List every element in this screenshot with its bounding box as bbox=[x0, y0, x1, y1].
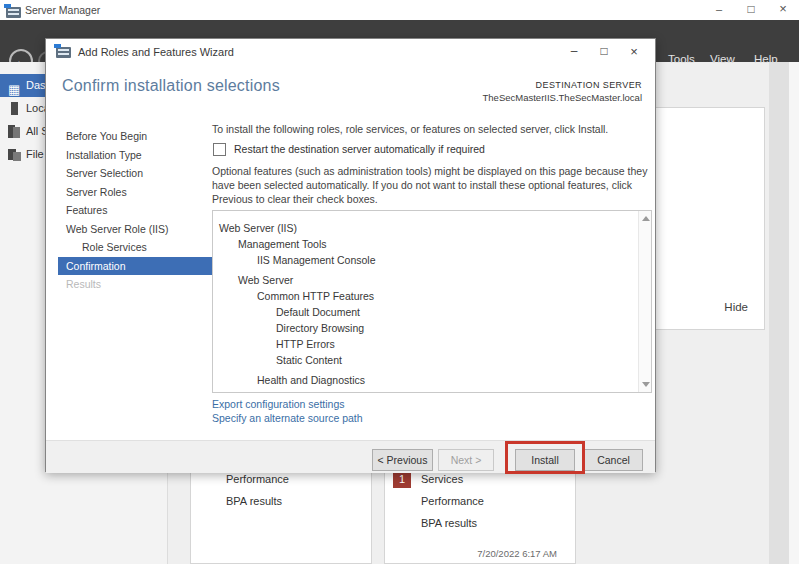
alternate-source-path-link[interactable]: Specify an alternate source path bbox=[212, 412, 363, 424]
install-button[interactable]: Install bbox=[515, 449, 575, 471]
tile-row-bpa-results[interactable]: BPA results bbox=[226, 495, 282, 507]
selected-features-listbox: Web Server (IIS) Management Tools IIS Ma… bbox=[212, 210, 652, 393]
tree-item[interactable]: Directory Browsing bbox=[213, 320, 651, 336]
add-roles-features-wizard-dialog: Add Roles and Features Wizard Confirm in… bbox=[45, 38, 656, 472]
server-manager-window: Server Manager Server Manager • Dashboar… bbox=[0, 0, 799, 564]
page-title: Confirm installation selections bbox=[62, 77, 280, 95]
destination-server-label: DESTINATION SERVER bbox=[483, 80, 642, 90]
menu-view[interactable]: View bbox=[710, 53, 735, 65]
wizard-step-installation-type[interactable]: Installation Type bbox=[62, 146, 210, 165]
tile-row-performance[interactable]: Performance bbox=[226, 473, 289, 485]
next-button: Next > bbox=[438, 449, 494, 471]
app-close-button[interactable] bbox=[767, 0, 799, 20]
scroll-down-icon[interactable] bbox=[642, 382, 650, 387]
dialog-maximize-button[interactable] bbox=[589, 39, 619, 66]
app-titlebar: Server Manager bbox=[0, 0, 799, 20]
intro-text: To install the following roles, role ser… bbox=[212, 123, 656, 135]
tile-timestamp: 7/20/2022 6:17 AM bbox=[477, 548, 557, 559]
restart-checkbox[interactable] bbox=[213, 143, 226, 156]
optional-features-note: Optional features (such as administratio… bbox=[212, 165, 658, 207]
app-minimize-button[interactable] bbox=[703, 0, 735, 20]
wizard-step-confirmation[interactable]: Confirmation bbox=[58, 257, 216, 276]
tree-item[interactable]: Common HTTP Features bbox=[213, 288, 651, 304]
dialog-close-button[interactable] bbox=[619, 39, 649, 66]
tree-item[interactable]: Management Tools bbox=[213, 236, 651, 252]
dialog-minimize-button[interactable] bbox=[559, 39, 589, 66]
scroll-up-icon[interactable] bbox=[642, 216, 650, 221]
wizard-step-web-server-role[interactable]: Web Server Role (IIS) bbox=[62, 220, 210, 239]
tile-row-performance[interactable]: Performance bbox=[421, 495, 484, 507]
dashboard-grid-icon bbox=[8, 79, 21, 92]
wizard-step-role-services[interactable]: Role Services bbox=[62, 238, 210, 257]
tree-item[interactable]: Static Content bbox=[213, 352, 651, 368]
listbox-scrollbar[interactable] bbox=[638, 211, 651, 392]
menu-tools[interactable]: Tools bbox=[668, 53, 695, 65]
server-manager-app-icon bbox=[6, 7, 21, 18]
tree-item[interactable]: IIS Management Console bbox=[213, 252, 651, 268]
wizard-step-results: Results bbox=[62, 275, 210, 294]
tree-item[interactable]: HTTP Logging bbox=[213, 388, 651, 393]
dialog-titlebar: Add Roles and Features Wizard bbox=[46, 39, 655, 66]
tree-item[interactable]: HTTP Errors bbox=[213, 336, 651, 352]
wizard-step-features[interactable]: Features bbox=[62, 201, 210, 220]
dialog-title: Add Roles and Features Wizard bbox=[78, 46, 234, 58]
tile-row-bpa-results[interactable]: BPA results bbox=[421, 517, 477, 529]
restart-checkbox-label[interactable]: Restart the destination server automatic… bbox=[234, 143, 485, 155]
tree-item[interactable]: Web Server bbox=[213, 272, 651, 288]
tree-item[interactable]: Default Document bbox=[213, 304, 651, 320]
dashboard-scrollbar-track[interactable] bbox=[769, 62, 789, 564]
wizard-step-server-selection[interactable]: Server Selection bbox=[62, 164, 210, 183]
destination-server-name: TheSecMasterIIS.TheSecMaster.local bbox=[483, 92, 642, 103]
destination-server-block: DESTINATION SERVER TheSecMasterIIS.TheSe… bbox=[483, 80, 642, 103]
export-configuration-link[interactable]: Export configuration settings bbox=[212, 398, 345, 410]
tile-row-services[interactable]: Services bbox=[421, 473, 463, 485]
app-maximize-button[interactable] bbox=[735, 0, 767, 20]
wizard-step-server-roles[interactable]: Server Roles bbox=[62, 183, 210, 202]
services-alert-badge[interactable]: 1 bbox=[393, 471, 411, 488]
previous-button[interactable]: < Previous bbox=[372, 449, 433, 471]
wizard-server-icon bbox=[56, 47, 71, 58]
tree-item[interactable]: Web Server (IIS) bbox=[213, 220, 651, 236]
window-title: Server Manager bbox=[25, 4, 100, 16]
window-edge bbox=[789, 62, 799, 564]
wizard-step-before-you-begin[interactable]: Before You Begin bbox=[62, 127, 210, 146]
cancel-button[interactable]: Cancel bbox=[584, 449, 643, 471]
tree-item[interactable]: Health and Diagnostics bbox=[213, 372, 651, 388]
wizard-step-nav: Before You Begin Installation Type Serve… bbox=[62, 127, 210, 294]
hide-link[interactable]: Hide bbox=[724, 301, 748, 313]
